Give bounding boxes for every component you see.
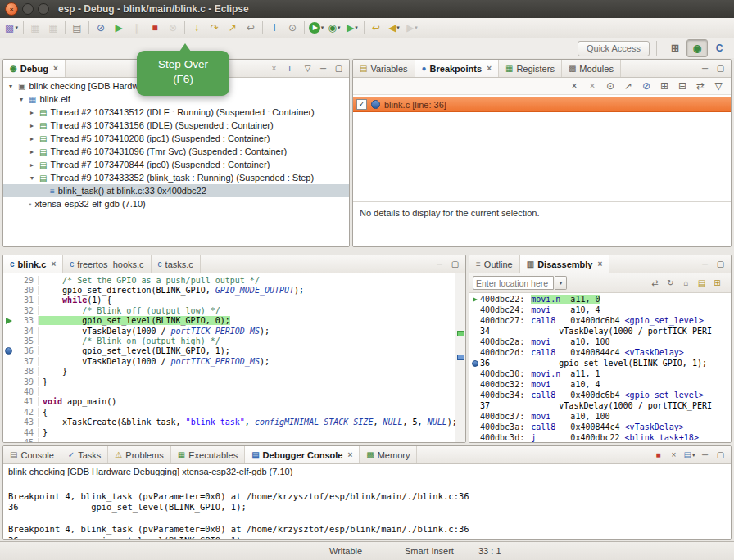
external-tools-menu-icon[interactable]: ▾: [355, 25, 358, 31]
tab-debugger-console[interactable]: ▤Debugger Console×: [245, 446, 360, 463]
disasm-instruction-line[interactable]: 400dbc27:call8 0x400dc6b4 <gpio_set_leve…: [469, 315, 731, 326]
expand-icon[interactable]: ▸: [28, 135, 36, 142]
remove-breakpoint-icon[interactable]: ×: [565, 78, 583, 94]
disasm-source-line[interactable]: 36 gpio_set_level(BLINK_GPIO, 1);: [469, 358, 731, 368]
disasm-instruction-line[interactable]: 400dbc2d:call8 0x400844c4 <vTaskDelay>: [469, 347, 731, 358]
debug-tree-item[interactable]: ▸▤Thread #6 1073431096 (Tmr Svc) (Suspen…: [3, 145, 349, 158]
remove-console-icon[interactable]: ×: [666, 448, 682, 462]
maximize-icon[interactable]: ▢: [447, 257, 463, 271]
debug-tree-item[interactable]: ▸▤Thread #3 1073413156 (IDLE) (Suspended…: [3, 119, 349, 132]
tab-breakpoints[interactable]: ●Breakpoints×: [415, 60, 499, 77]
debug-perspective-button[interactable]: ◉: [686, 39, 708, 57]
view-menu-icon[interactable]: ▽: [300, 61, 315, 75]
drop-to-frame-icon[interactable]: ↩: [242, 20, 260, 36]
disconnect-icon[interactable]: ⊗: [164, 20, 182, 36]
expand-icon[interactable]: ▸: [28, 161, 36, 169]
minimize-button[interactable]: [22, 3, 34, 15]
close-disassembly-icon[interactable]: ×: [597, 260, 602, 269]
home-icon[interactable]: ⌂: [678, 276, 694, 290]
code-line[interactable]: 40: [3, 386, 465, 396]
maximize-button[interactable]: [38, 3, 49, 15]
step-into-icon[interactable]: ↓: [188, 20, 206, 36]
debug-tree-item[interactable]: ≡blink_task() at blink.c:33 0x400dbc22: [3, 184, 349, 197]
overview-mark-breakpoint[interactable]: [457, 355, 464, 360]
skip-all-breakpoints-icon[interactable]: ⊘: [92, 20, 110, 36]
tab-registers[interactable]: ▦Registers: [499, 60, 562, 77]
disasm-instruction-line[interactable]: 400dbc32:movi a10, 4: [469, 379, 731, 390]
external-tools-icon[interactable]: ▶▾: [343, 20, 361, 36]
code-line[interactable]: 41void app_main(): [3, 397, 465, 407]
tab-disassembly[interactable]: ▥Disassembly×: [520, 255, 610, 273]
code-line[interactable]: 44}: [3, 427, 465, 437]
debug-icon[interactable]: ◉▾: [325, 20, 343, 36]
tab-variables[interactable]: ▤Variables: [353, 60, 415, 77]
debug-tree-item[interactable]: ▸▤Thread #5 1073410208 (ipc1) (Suspended…: [3, 132, 349, 145]
minimize-icon[interactable]: ─: [697, 448, 713, 462]
tab-outline[interactable]: ≡Outline: [469, 255, 520, 273]
resume-icon[interactable]: ▶: [110, 20, 128, 36]
back-menu-icon[interactable]: ▾: [396, 25, 400, 31]
maximize-icon[interactable]: ▢: [713, 257, 728, 271]
minimize-icon[interactable]: ─: [432, 257, 447, 271]
show-breakpoints-for-selection-icon[interactable]: ⊙: [601, 78, 619, 94]
display-selected-console-menu-icon[interactable]: ▾: [692, 452, 695, 458]
code-line[interactable]: 32 /* Blink off (output low) */: [3, 305, 465, 315]
disassembly-view[interactable]: 400dbc22:movi.n a11, 0400dbc24:movi a10,…: [469, 293, 731, 442]
debug-menu-icon[interactable]: ▾: [338, 25, 341, 31]
disasm-instruction-line[interactable]: 400dbc3d:j 0x400dbc22 <blink_task+18>: [469, 432, 731, 442]
maximize-icon[interactable]: ▢: [331, 61, 347, 75]
code-line[interactable]: 42{: [3, 407, 465, 417]
new-wizard-icon[interactable]: ▩▾: [2, 20, 20, 36]
print-icon[interactable]: ▤: [68, 20, 86, 36]
console-output[interactable]: blink checking [GDB Hardware Debugging] …: [3, 464, 731, 539]
code-line[interactable]: 38 }: [3, 367, 465, 377]
code-line[interactable]: 43 xTaskCreate(&blink_task, "blink_task"…: [3, 417, 465, 427]
save-icon[interactable]: ▦: [26, 20, 44, 36]
collapse-icon[interactable]: ▾: [17, 96, 25, 103]
debug-tree-item[interactable]: ▾▤Thread #9 1073433352 (blink_task : Run…: [3, 171, 349, 184]
remove-all-terminated-icon[interactable]: ×: [266, 61, 282, 75]
close-button[interactable]: ×: [5, 2, 18, 16]
show-type-names-icon[interactable]: i: [282, 61, 297, 75]
expand-icon[interactable]: ▸: [28, 122, 36, 129]
disasm-instruction-line[interactable]: 400dbc37:movi a10, 100: [469, 411, 731, 422]
tab-executables[interactable]: ▦Executables: [171, 446, 245, 463]
disasm-instruction-line[interactable]: 400dbc24:movi a10, 4: [469, 305, 731, 315]
step-over-icon[interactable]: ↷: [206, 20, 224, 36]
tab-problems[interactable]: ⚠Problems: [108, 446, 170, 463]
maximize-icon[interactable]: ▢: [713, 61, 728, 75]
tab-tasks-c[interactable]: ctasks.c: [152, 255, 201, 273]
collapse-all-icon[interactable]: ⊟: [673, 78, 691, 94]
disasm-instruction-line[interactable]: 400dbc30:movi.n a11, 1: [469, 368, 731, 379]
quick-access-button[interactable]: Quick Access: [578, 41, 650, 56]
last-edit-location-icon[interactable]: ↩: [367, 20, 385, 36]
instruction-pointer-marker[interactable]: [3, 318, 14, 324]
breakpoint-marker[interactable]: [3, 347, 14, 355]
tab-blink-c[interactable]: cblink.c×: [3, 255, 63, 273]
code-line[interactable]: 37 vTaskDelay(1000 / portTICK_PERIOD_MS)…: [3, 356, 465, 366]
open-new-view-icon[interactable]: ⊞: [709, 276, 725, 290]
expand-icon[interactable]: ▸: [28, 109, 36, 116]
view-menu-icon[interactable]: ▽: [709, 78, 727, 94]
code-line[interactable]: 29 /* Set the GPIO as a push/pull output…: [3, 275, 465, 285]
location-dropdown-icon[interactable]: ▾: [555, 276, 567, 290]
minimize-icon[interactable]: ─: [697, 257, 713, 271]
debug-tree-item[interactable]: ▸▤Thread #2 1073413512 (IDLE : Running) …: [3, 106, 349, 119]
breakpoint-checkbox[interactable]: ✓: [356, 99, 367, 110]
disasm-source-line[interactable]: 37 vTaskDelay(1000 / portTICK_PERI: [469, 400, 731, 411]
breakpoint-item[interactable]: ✓blink.c [line: 36]: [353, 97, 731, 112]
expand-icon[interactable]: ▸: [28, 148, 36, 156]
go-to-file-for-breakpoint-icon[interactable]: ↗: [619, 78, 637, 94]
remove-all-breakpoints-icon[interactable]: ×: [583, 78, 601, 94]
code-line[interactable]: 31 while(1) {: [3, 296, 465, 305]
tab-freertos-hooks-c[interactable]: cfreertos_hooks.c: [63, 255, 151, 273]
close-debugger-console-icon[interactable]: ×: [347, 450, 352, 459]
back-icon[interactable]: ◀▾: [385, 20, 403, 36]
minimize-icon[interactable]: ─: [315, 61, 331, 75]
disasm-instruction-line[interactable]: 400dbc3a:call8 0x400844c4 <vTaskDelay>: [469, 422, 731, 432]
run-icon[interactable]: ▶▾: [307, 20, 325, 36]
open-perspective-button[interactable]: ⊞: [665, 40, 685, 56]
forward-icon[interactable]: ▶▾: [403, 20, 421, 36]
code-line[interactable]: 33 gpio_set_level(BLINK_GPIO, 0);: [3, 316, 465, 326]
code-line[interactable]: 34 vTaskDelay(1000 / portTICK_PERIOD_MS)…: [3, 326, 465, 336]
